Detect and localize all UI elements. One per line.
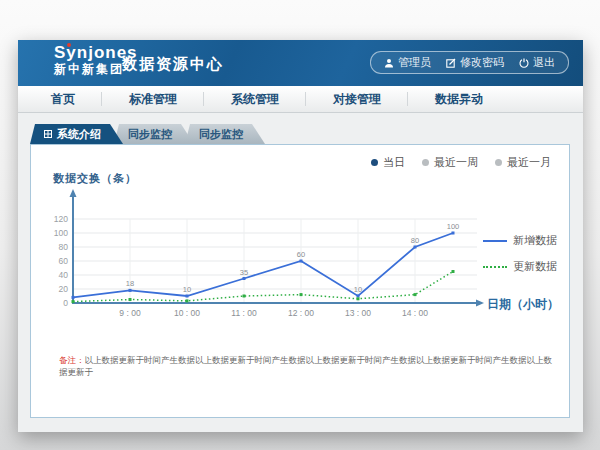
x-axis-title: 日期（小时） — [487, 296, 559, 313]
legend-item-1: 更新数据 — [483, 259, 557, 274]
nav-item-2[interactable]: 系统管理 — [204, 86, 306, 112]
user-menu: 管理员修改密码退出 — [370, 51, 569, 74]
nav-item-4[interactable]: 数据异动 — [408, 86, 510, 112]
svg-text:0: 0 — [63, 298, 68, 308]
chart-canvas: 0204060801001209 : 0010 : 0011 : 0012 : … — [41, 185, 501, 327]
svg-text:18: 18 — [126, 279, 134, 288]
main-nav: 首页标准管理系统管理对接管理数据异动 — [18, 86, 583, 113]
tab-0[interactable]: 系统介绍 — [30, 124, 123, 144]
tab-label: 系统介绍 — [57, 124, 101, 144]
user-menu-label: 退出 — [533, 55, 555, 70]
nav-item-label: 标准管理 — [129, 91, 177, 108]
svg-text:11 : 00: 11 : 00 — [231, 308, 257, 318]
svg-text:14 : 00: 14 : 00 — [402, 308, 428, 318]
nav-item-0[interactable]: 首页 — [24, 86, 102, 112]
svg-text:60: 60 — [297, 250, 305, 259]
edit-icon — [446, 58, 456, 68]
legend-line-sample — [483, 266, 507, 268]
tab-label: 同步监控 — [199, 128, 243, 140]
user-menu-item-0[interactable]: 管理员 — [384, 55, 431, 70]
range-option-label: 最近一周 — [434, 155, 478, 170]
svg-text:120: 120 — [54, 214, 68, 224]
user-menu-item-2[interactable]: 退出 — [519, 55, 555, 70]
svg-text:20: 20 — [59, 284, 69, 294]
radio-icon — [371, 159, 378, 166]
range-option-0[interactable]: 当日 — [371, 155, 405, 170]
nav-item-label: 首页 — [51, 91, 75, 108]
footnote-label: 备注： — [59, 355, 85, 365]
app-header: Synjones 新中新集团 数据资源中心 管理员修改密码退出 — [18, 40, 583, 86]
user-menu-label: 管理员 — [398, 55, 431, 70]
footnote-text: 以上数据更新于时间产生数据以上数据更新于时间产生数据以上数据更新于时间产生数据以… — [59, 355, 552, 377]
tab-2[interactable]: 同步监控 — [185, 124, 265, 144]
nav-item-label: 对接管理 — [333, 91, 381, 108]
svg-text:9 : 00: 9 : 00 — [119, 308, 141, 318]
svg-text:13 : 00: 13 : 00 — [345, 308, 371, 318]
power-icon — [519, 58, 529, 68]
logo-accent — [67, 43, 71, 47]
legend-item-0: 新增数据 — [483, 233, 557, 248]
range-option-label: 最近一月 — [507, 155, 551, 170]
range-option-label: 当日 — [383, 155, 405, 170]
nav-item-1[interactable]: 标准管理 — [102, 86, 204, 112]
chart-legend: 新增数据更新数据 — [483, 233, 557, 285]
tab-label: 同步监控 — [128, 128, 172, 140]
svg-text:10: 10 — [354, 285, 362, 294]
grid-icon — [44, 124, 52, 144]
nav-item-3[interactable]: 对接管理 — [306, 86, 408, 112]
svg-text:10 : 00: 10 : 00 — [174, 308, 200, 318]
user-menu-item-1[interactable]: 修改密码 — [446, 55, 504, 70]
tab-1[interactable]: 同步监控 — [114, 124, 194, 144]
radio-icon — [422, 159, 429, 166]
range-option-2[interactable]: 最近一月 — [495, 155, 551, 170]
page-title: 数据资源中心 — [122, 55, 224, 74]
user-icon — [384, 58, 394, 68]
svg-text:12 : 00: 12 : 00 — [288, 308, 314, 318]
legend-label: 更新数据 — [513, 259, 557, 274]
time-range-group: 当日最近一周最近一月 — [371, 155, 551, 170]
nav-item-label: 系统管理 — [231, 91, 279, 108]
svg-text:80: 80 — [59, 242, 69, 252]
footnote: 备注：以上数据更新于时间产生数据以上数据更新于时间产生数据以上数据更新于时间产生… — [59, 355, 559, 379]
app-window: Synjones 新中新集团 数据资源中心 管理员修改密码退出 首页标准管理系统… — [18, 40, 583, 432]
exchange-line-chart: 0204060801001209 : 0010 : 0011 : 0012 : … — [41, 185, 501, 327]
legend-label: 新增数据 — [513, 233, 557, 248]
range-option-1[interactable]: 最近一周 — [422, 155, 478, 170]
svg-text:60: 60 — [59, 256, 69, 266]
content-panel: 当日最近一周最近一月 数据交换（条） 0204060801001209 : 00… — [30, 144, 570, 418]
user-menu-label: 修改密码 — [460, 55, 504, 70]
svg-text:80: 80 — [411, 236, 419, 245]
svg-text:35: 35 — [240, 268, 248, 277]
nav-item-label: 数据异动 — [435, 91, 483, 108]
tab-bar: 系统介绍同步监控同步监控 — [30, 124, 256, 144]
svg-text:40: 40 — [59, 270, 69, 280]
svg-text:10: 10 — [183, 285, 191, 294]
radio-icon — [495, 159, 502, 166]
svg-text:100: 100 — [447, 222, 460, 231]
svg-text:100: 100 — [54, 228, 68, 238]
y-axis-title: 数据交换（条） — [53, 171, 137, 186]
legend-line-sample — [483, 240, 507, 242]
